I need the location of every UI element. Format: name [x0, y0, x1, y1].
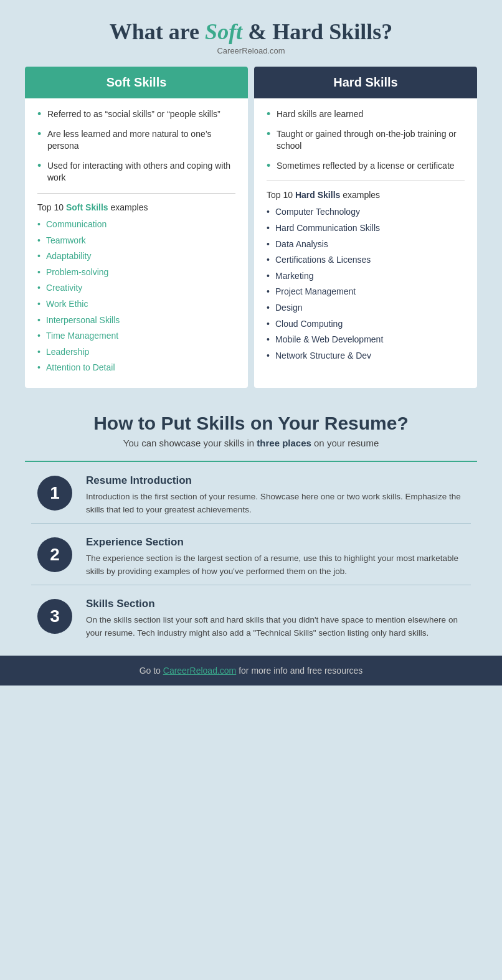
- source-credit: CareerReload.com: [25, 46, 477, 55]
- step-3-content: Skills Section On the skills section lis…: [86, 598, 465, 640]
- hard-example-3: Data Analysis: [267, 238, 465, 251]
- soft-example-5: Creativity: [37, 282, 235, 294]
- hard-divider: [267, 181, 465, 181]
- how-subtitle: You can showcase your skills in three pl…: [25, 438, 477, 448]
- hard-example-8: Cloud Computing: [267, 318, 465, 331]
- steps-container: 1 Resume Introduction Introduction is th…: [25, 462, 477, 653]
- soft-example-9: Leadership: [37, 346, 235, 359]
- step-1-description: Introduction is the first section of you…: [86, 491, 465, 517]
- soft-bullet-2: Are less learned and more natural to one…: [37, 128, 235, 153]
- step-2-title: Experience Section: [86, 536, 465, 549]
- title-middle: &: [242, 19, 272, 44]
- step-2-content: Experience Section The experience sectio…: [86, 536, 465, 578]
- hard-example-9: Mobile & Web Development: [267, 334, 465, 346]
- footer-link[interactable]: CareerReload.com: [163, 666, 237, 676]
- soft-examples-list: Communication Teamwork Adaptability Prob…: [37, 219, 235, 374]
- soft-example-8: Time Management: [37, 330, 235, 342]
- soft-bullet-3: Used for interacting with others and cop…: [37, 160, 235, 184]
- infographic: What are Soft & Hard Skills? CareerReloa…: [0, 0, 502, 652]
- hard-examples-list: Computer Technology Hard Communication S…: [267, 206, 465, 362]
- hard-example-4: Certifications & Licenses: [267, 254, 465, 266]
- step-2-description: The experience section is the largest se…: [86, 552, 465, 578]
- how-section: How to Put Skills on Your Resume? You ca…: [25, 407, 477, 452]
- soft-example-6: Work Ethic: [37, 298, 235, 311]
- hard-bullet-3: Sometimes reflected by a license or cert…: [267, 160, 465, 172]
- soft-divider: [37, 193, 235, 194]
- step-1-title: Resume Introduction: [86, 474, 465, 487]
- hard-skills-header: Hard Skills: [254, 67, 477, 98]
- how-title: How to Put Skills on Your Resume?: [25, 413, 477, 434]
- step-3-number: 3: [37, 599, 72, 634]
- step-2-item: 2 Experience Section The experience sect…: [31, 524, 471, 585]
- step-1-number: 1: [37, 476, 72, 511]
- hard-example-7: Design: [267, 302, 465, 314]
- soft-bullet-1: Referred to as “social skills” or “peopl…: [37, 108, 235, 121]
- hard-example-6: Project Management: [267, 286, 465, 298]
- soft-example-4: Problem-solving: [37, 266, 235, 279]
- soft-example-7: Interpersonal Skills: [37, 314, 235, 327]
- step-3-description: On the skills section list your soft and…: [86, 614, 465, 640]
- skills-grid: Soft Skills Referred to as “social skill…: [25, 67, 477, 388]
- hard-bullet-2: Taught or gained through on-the-job trai…: [267, 128, 465, 153]
- title-hard: Hard: [272, 19, 323, 44]
- soft-examples-title: Top 10 Soft Skills examples: [37, 202, 235, 212]
- footer-text: Go to CareerReload.com for more info and…: [12, 666, 490, 676]
- step-1-item: 1 Resume Introduction Introduction is th…: [31, 462, 471, 524]
- title-soft: Soft: [205, 19, 242, 44]
- hard-example-2: Hard Communication Skills: [267, 222, 465, 235]
- hard-skills-card: Hard Skills Hard skills are learned Taug…: [254, 67, 477, 388]
- footer: Go to CareerReload.com for more info and…: [0, 656, 502, 686]
- header-section: What are Soft & Hard Skills? CareerReloa…: [25, 19, 477, 55]
- title-prefix: What are: [110, 19, 205, 44]
- soft-skills-card: Soft Skills Referred to as “social skill…: [25, 67, 248, 388]
- soft-skills-header: Soft Skills: [25, 67, 248, 98]
- hard-skills-title: Hard Skills: [267, 75, 465, 90]
- hard-skills-bullets: Hard skills are learned Taught or gained…: [267, 108, 465, 172]
- soft-example-10: Attention to Detail: [37, 362, 235, 374]
- hard-example-10: Network Structure & Dev: [267, 350, 465, 362]
- soft-skills-body: Referred to as “social skills” or “peopl…: [25, 98, 248, 388]
- soft-example-1: Communication: [37, 219, 235, 231]
- step-3-item: 3 Skills Section On the skills section l…: [31, 585, 471, 653]
- soft-skills-bullets: Referred to as “social skills” or “peopl…: [37, 108, 235, 184]
- step-1-content: Resume Introduction Introduction is the …: [86, 474, 465, 517]
- hard-examples-title: Top 10 Hard Skills examples: [267, 190, 465, 200]
- soft-example-3: Adaptability: [37, 250, 235, 263]
- step-2-number: 2: [37, 537, 72, 572]
- soft-example-2: Teamwork: [37, 235, 235, 247]
- step-3-title: Skills Section: [86, 598, 465, 610]
- title-suffix: Skills?: [323, 19, 392, 44]
- hard-example-5: Marketing: [267, 270, 465, 283]
- soft-skills-title: Soft Skills: [37, 75, 235, 90]
- hard-example-1: Computer Technology: [267, 206, 465, 219]
- hard-skills-body: Hard skills are learned Taught or gained…: [254, 98, 477, 375]
- hard-bullet-1: Hard skills are learned: [267, 108, 465, 121]
- main-title: What are Soft & Hard Skills?: [25, 19, 477, 45]
